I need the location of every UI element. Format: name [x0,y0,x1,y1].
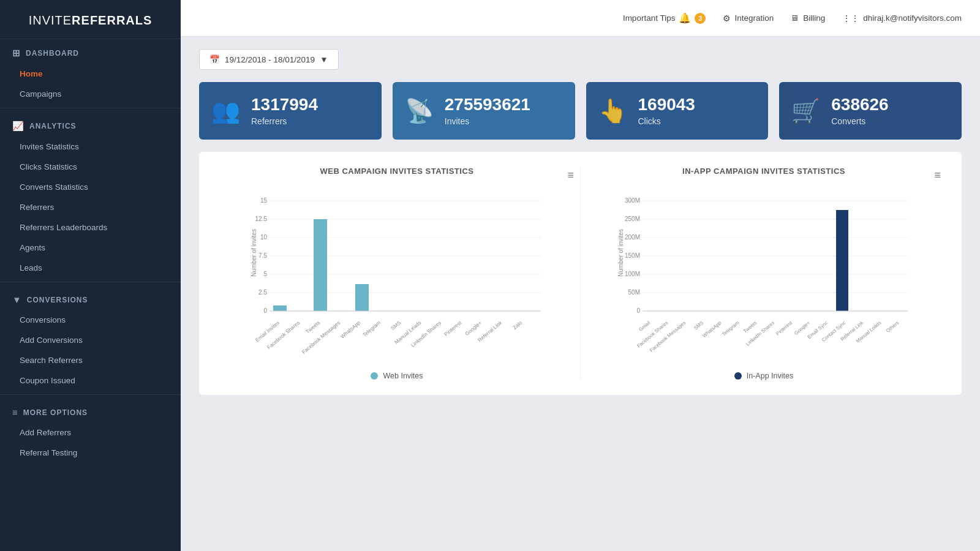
svg-text:200M: 200M [625,234,640,241]
svg-text:Others: Others [885,320,900,333]
date-range-picker[interactable]: 📅 19/12/2018 - 18/01/2019 ▼ [199,49,339,70]
svg-text:7.5: 7.5 [258,252,267,259]
web-chart-legend: Web Invites [220,372,574,380]
inapp-chart-svg: 300M 250M 200M 150M 100M 50M 0 [587,192,941,363]
sidebar-section-dashboard: ⊞ DASHBOARD [0,39,181,64]
svg-text:Pinterest: Pinterest [775,320,794,337]
svg-text:WhatsApp: WhatsApp [339,319,362,339]
main-content: 📅 19/12/2018 - 18/01/2019 ▼ 👥 1317994 Re… [181,37,980,551]
svg-text:15: 15 [260,197,268,204]
sidebar-section-more-options: ≡ MORE OPTIONS [0,399,181,422]
sidebar-item-converts-stats[interactable]: Converts Statistics [0,177,181,197]
inapp-chart-menu[interactable]: ≡ [934,169,941,182]
calendar-icon: 📅 [209,54,220,64]
svg-text:5: 5 [263,271,267,277]
sidebar-item-campaigns[interactable]: Campaigns [0,84,181,104]
sidebar-item-add-conversions[interactable]: Add Conversions [0,330,181,350]
analytics-icon: 📈 [12,121,24,132]
svg-text:SMS: SMS [390,319,402,331]
date-range-label: 19/12/2018 - 18/01/2019 [225,55,315,64]
svg-text:Google+: Google+ [464,320,483,337]
referrers-label: Referrers [251,116,318,126]
svg-text:10: 10 [260,234,268,241]
sidebar-section-conversions: ▼ CONVERSIONS [0,286,181,310]
gear-icon: ⚙ [723,13,731,23]
billing-icon: 🖥 [791,13,799,23]
sidebar-item-clicks-stats[interactable]: Clicks Statistics [0,157,181,177]
stat-card-invites: 📡 275593621 Invites [393,82,575,140]
tips-label: Important Tips [623,13,676,23]
main-area: Important Tips 🔔 3 ⚙ Integration 🖥 Billi… [181,0,980,551]
grid-icon: ⋮⋮ [842,13,859,23]
logo: InviteReferrals [0,0,181,39]
web-chart-title: WEB CAMPAIGN INVITES STATISTICS [264,167,530,176]
integration-label: Integration [734,13,774,23]
sidebar-item-leads[interactable]: Leads [0,258,181,278]
inapp-campaign-chart: IN-APP CAMPAIGN INVITES STATISTICS ≡ 300… [581,167,947,380]
conversions-icon: ▼ [12,294,22,305]
svg-rect-17 [355,284,369,311]
referrers-icon: 👥 [211,97,240,124]
stat-card-referrers: 👥 1317994 Referrers [199,82,382,140]
web-campaign-chart: WEB CAMPAIGN INVITES STATISTICS ≡ 15 12.… [214,167,581,380]
important-tips[interactable]: Important Tips 🔔 3 [623,12,706,24]
dashboard-icon: ⊞ [12,48,21,59]
integration-link[interactable]: ⚙ Integration [723,13,774,23]
sidebar-item-invites-stats[interactable]: Invites Statistics [0,137,181,157]
svg-text:Telegram: Telegram [721,320,740,337]
svg-text:SMS: SMS [693,320,704,331]
tips-badge: 3 [695,13,706,24]
user-menu[interactable]: ⋮⋮ dhiraj.k@notifyvisitors.com [842,13,962,23]
svg-text:Telegram: Telegram [361,320,382,338]
svg-text:Facebook Messages: Facebook Messages [301,320,342,355]
sidebar-item-referrers[interactable]: Referrers [0,197,181,217]
converts-label: Converts [831,116,888,126]
svg-text:150M: 150M [625,252,640,259]
svg-text:50M: 50M [628,289,640,296]
user-email: dhiraj.k@notifyvisitors.com [863,13,962,23]
svg-text:2.5: 2.5 [258,289,267,296]
sidebar-item-conversions[interactable]: Conversions [0,310,181,330]
invites-icon: 📡 [405,97,434,124]
billing-link[interactable]: 🖥 Billing [791,13,825,23]
sidebar-item-agents[interactable]: Agents [0,238,181,258]
sidebar-item-search-referrers[interactable]: Search Referrers [0,350,181,370]
clicks-number: 169043 [638,96,695,114]
sidebar-item-home[interactable]: Home [0,64,181,84]
invites-number: 275593621 [445,96,530,114]
inapp-chart-title: IN-APP CAMPAIGN INVITES STATISTICS [631,167,897,176]
svg-rect-47 [836,210,848,311]
sidebar: InviteReferrals ⊞ DASHBOARD Home Campaig… [0,0,181,551]
stat-card-clicks: 👆 169043 Clicks [586,82,769,140]
inapp-chart-legend: In-App Invites [587,372,941,380]
sidebar-item-coupon-issued[interactable]: Coupon Issued [0,370,181,391]
inapp-legend-dot [734,372,742,380]
svg-text:Number of invites: Number of invites [251,229,257,277]
logo-text: InviteReferrals [12,13,168,28]
sidebar-item-referral-testing[interactable]: Referral Testing [0,443,181,463]
svg-text:Tweets: Tweets [304,320,321,335]
referrers-number: 1317994 [251,96,318,114]
bell-icon: 🔔 [679,12,691,24]
stat-card-converts: 🛒 638626 Converts [779,82,962,140]
converts-icon: 🛒 [791,97,820,124]
svg-text:0: 0 [263,307,267,314]
clicks-label: Clicks [638,116,695,126]
sidebar-item-add-referrers[interactable]: Add Referrers [0,422,181,443]
svg-text:300M: 300M [625,197,640,204]
web-chart-svg: 15 12.5 10 7.5 5 2.5 0 Number o [220,192,574,363]
more-options-icon: ≡ [12,407,18,418]
invites-label: Invites [445,116,530,126]
sidebar-section-analytics: 📈 ANALYTICS [0,112,181,137]
svg-rect-15 [273,305,287,311]
topbar: Important Tips 🔔 3 ⚙ Integration 🖥 Billi… [181,0,980,37]
svg-text:100M: 100M [625,271,640,277]
svg-text:Zalo: Zalo [511,320,523,331]
web-legend-label: Web Invites [383,372,423,380]
stats-row: 👥 1317994 Referrers 📡 275593621 Invites … [199,82,962,140]
sidebar-item-referrers-leaderboards[interactable]: Referrers Leaderboards [0,217,181,238]
web-chart-menu[interactable]: ≡ [567,169,574,182]
svg-text:WhatsApp: WhatsApp [701,320,722,339]
converts-number: 638626 [831,96,888,114]
inapp-legend-label: In-App Invites [747,372,793,380]
